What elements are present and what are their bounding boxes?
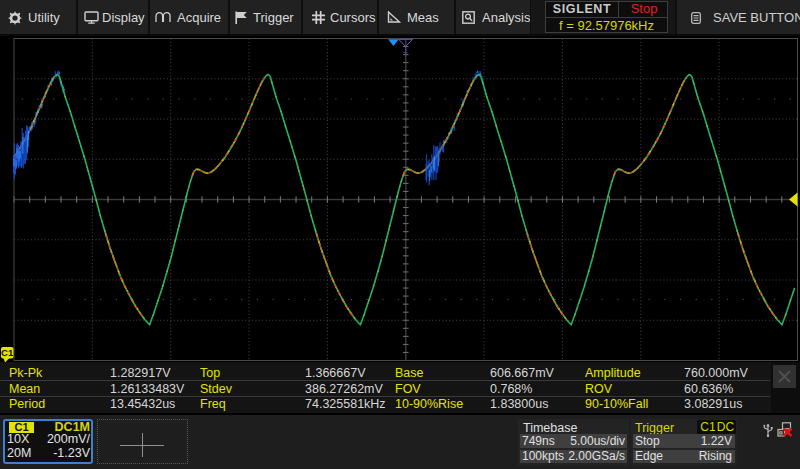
svg-text:C1: C1 bbox=[1, 347, 14, 358]
